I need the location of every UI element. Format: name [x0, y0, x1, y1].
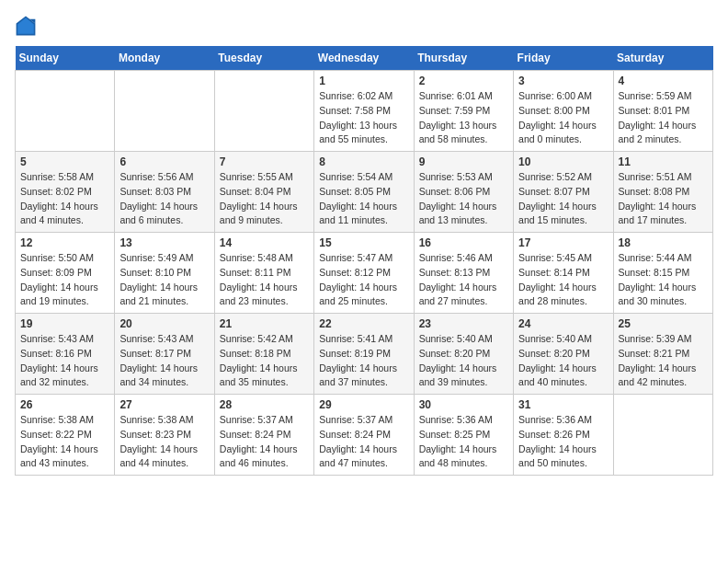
weekday-header-wednesday: Wednesday — [314, 46, 414, 71]
day-number: 13 — [119, 236, 209, 249]
logo-icon — [15, 15, 37, 37]
calendar-cell: 6Sunrise: 5:56 AMSunset: 8:03 PMDaylight… — [115, 152, 214, 233]
day-info: Sunrise: 5:48 AMSunset: 8:11 PMDaylight:… — [220, 251, 309, 309]
calendar-cell: 21Sunrise: 5:42 AMSunset: 8:18 PMDayligh… — [214, 314, 313, 395]
day-info: Sunrise: 5:53 AMSunset: 8:06 PMDaylight:… — [419, 170, 508, 228]
day-number: 24 — [518, 317, 608, 330]
day-number: 22 — [319, 317, 408, 330]
calendar-cell: 7Sunrise: 5:55 AMSunset: 8:04 PMDaylight… — [214, 152, 313, 233]
day-number: 19 — [20, 317, 109, 330]
calendar-table: SundayMondayTuesdayWednesdayThursdayFrid… — [15, 46, 713, 476]
week-row-2: 12Sunrise: 5:50 AMSunset: 8:09 PMDayligh… — [16, 233, 713, 314]
week-row-3: 19Sunrise: 5:43 AMSunset: 8:16 PMDayligh… — [16, 314, 713, 395]
day-number: 28 — [220, 398, 309, 411]
day-number: 31 — [518, 398, 608, 411]
day-info: Sunrise: 5:39 AMSunset: 8:21 PMDaylight:… — [619, 332, 708, 390]
day-info: Sunrise: 5:36 AMSunset: 8:25 PMDaylight:… — [419, 413, 508, 471]
day-info: Sunrise: 5:56 AMSunset: 8:03 PMDaylight:… — [119, 170, 209, 228]
calendar-cell — [613, 395, 712, 476]
day-info: Sunrise: 5:36 AMSunset: 8:26 PMDaylight:… — [518, 413, 608, 471]
day-number: 3 — [518, 75, 608, 87]
day-number: 17 — [518, 236, 608, 249]
day-info: Sunrise: 6:02 AMSunset: 7:58 PMDaylight:… — [319, 89, 408, 147]
day-info: Sunrise: 5:59 AMSunset: 8:01 PMDaylight:… — [619, 89, 708, 147]
day-info: Sunrise: 5:43 AMSunset: 8:16 PMDaylight:… — [20, 332, 109, 390]
day-info: Sunrise: 5:38 AMSunset: 8:22 PMDaylight:… — [20, 413, 109, 471]
calendar-cell: 14Sunrise: 5:48 AMSunset: 8:11 PMDayligh… — [214, 233, 313, 314]
calendar-cell: 4Sunrise: 5:59 AMSunset: 8:01 PMDaylight… — [613, 71, 712, 152]
weekday-header-friday: Friday — [514, 46, 613, 71]
calendar-cell: 9Sunrise: 5:53 AMSunset: 8:06 PMDaylight… — [414, 152, 513, 233]
day-number: 25 — [619, 317, 708, 330]
day-number: 20 — [119, 317, 209, 330]
day-info: Sunrise: 5:49 AMSunset: 8:10 PMDaylight:… — [119, 251, 209, 309]
day-number: 8 — [319, 155, 408, 168]
calendar-cell: 24Sunrise: 5:40 AMSunset: 8:20 PMDayligh… — [514, 314, 613, 395]
day-number: 21 — [220, 317, 309, 330]
calendar-cell: 12Sunrise: 5:50 AMSunset: 8:09 PMDayligh… — [16, 233, 115, 314]
day-number: 16 — [419, 236, 508, 249]
calendar-cell: 8Sunrise: 5:54 AMSunset: 8:05 PMDaylight… — [314, 152, 414, 233]
day-info: Sunrise: 6:01 AMSunset: 7:59 PMDaylight:… — [419, 89, 508, 147]
calendar-cell: 30Sunrise: 5:36 AMSunset: 8:25 PMDayligh… — [414, 395, 513, 476]
calendar-cell: 25Sunrise: 5:39 AMSunset: 8:21 PMDayligh… — [613, 314, 712, 395]
day-number: 5 — [20, 155, 109, 168]
weekday-header-tuesday: Tuesday — [214, 46, 313, 71]
day-number: 6 — [119, 155, 209, 168]
calendar-cell: 18Sunrise: 5:44 AMSunset: 8:15 PMDayligh… — [613, 233, 712, 314]
day-number: 30 — [419, 398, 508, 411]
calendar-cell: 13Sunrise: 5:49 AMSunset: 8:10 PMDayligh… — [115, 233, 214, 314]
day-info: Sunrise: 5:43 AMSunset: 8:17 PMDaylight:… — [119, 332, 209, 390]
weekday-header-saturday: Saturday — [613, 46, 712, 71]
day-info: Sunrise: 5:37 AMSunset: 8:24 PMDaylight:… — [220, 413, 309, 471]
calendar-cell: 31Sunrise: 5:36 AMSunset: 8:26 PMDayligh… — [514, 395, 613, 476]
day-number: 29 — [319, 398, 408, 411]
day-info: Sunrise: 5:42 AMSunset: 8:18 PMDaylight:… — [220, 332, 309, 390]
day-number: 10 — [518, 155, 608, 168]
day-number: 2 — [419, 75, 508, 87]
calendar-cell: 1Sunrise: 6:02 AMSunset: 7:58 PMDaylight… — [314, 71, 414, 152]
calendar-cell: 3Sunrise: 6:00 AMSunset: 8:00 PMDaylight… — [514, 71, 613, 152]
calendar-cell: 16Sunrise: 5:46 AMSunset: 8:13 PMDayligh… — [414, 233, 513, 314]
calendar-cell — [214, 71, 313, 152]
calendar-cell: 2Sunrise: 6:01 AMSunset: 7:59 PMDaylight… — [414, 71, 513, 152]
day-info: Sunrise: 5:46 AMSunset: 8:13 PMDaylight:… — [419, 251, 508, 309]
calendar-cell — [16, 71, 115, 152]
day-number: 26 — [20, 398, 109, 411]
day-number: 7 — [220, 155, 309, 168]
day-info: Sunrise: 5:45 AMSunset: 8:14 PMDaylight:… — [518, 251, 608, 309]
day-info: Sunrise: 6:00 AMSunset: 8:00 PMDaylight:… — [518, 89, 608, 147]
week-row-1: 5Sunrise: 5:58 AMSunset: 8:02 PMDaylight… — [16, 152, 713, 233]
day-info: Sunrise: 5:50 AMSunset: 8:09 PMDaylight:… — [20, 251, 109, 309]
calendar-cell: 17Sunrise: 5:45 AMSunset: 8:14 PMDayligh… — [514, 233, 613, 314]
day-number: 1 — [319, 75, 408, 87]
day-info: Sunrise: 5:47 AMSunset: 8:12 PMDaylight:… — [319, 251, 408, 309]
day-number: 15 — [319, 236, 408, 249]
week-row-4: 26Sunrise: 5:38 AMSunset: 8:22 PMDayligh… — [16, 395, 713, 476]
day-info: Sunrise: 5:54 AMSunset: 8:05 PMDaylight:… — [319, 170, 408, 228]
day-info: Sunrise: 5:44 AMSunset: 8:15 PMDaylight:… — [619, 251, 708, 309]
calendar-cell: 29Sunrise: 5:37 AMSunset: 8:24 PMDayligh… — [314, 395, 414, 476]
day-info: Sunrise: 5:38 AMSunset: 8:23 PMDaylight:… — [119, 413, 209, 471]
day-info: Sunrise: 5:52 AMSunset: 8:07 PMDaylight:… — [518, 170, 608, 228]
day-number: 4 — [619, 75, 708, 87]
week-row-0: 1Sunrise: 6:02 AMSunset: 7:58 PMDaylight… — [16, 71, 713, 152]
day-info: Sunrise: 5:55 AMSunset: 8:04 PMDaylight:… — [220, 170, 309, 228]
calendar-cell: 27Sunrise: 5:38 AMSunset: 8:23 PMDayligh… — [115, 395, 214, 476]
day-info: Sunrise: 5:51 AMSunset: 8:08 PMDaylight:… — [619, 170, 708, 228]
weekday-header-row: SundayMondayTuesdayWednesdayThursdayFrid… — [16, 46, 713, 71]
day-info: Sunrise: 5:40 AMSunset: 8:20 PMDaylight:… — [518, 332, 608, 390]
day-info: Sunrise: 5:41 AMSunset: 8:19 PMDaylight:… — [319, 332, 408, 390]
page-header — [15, 15, 713, 37]
day-number: 11 — [619, 155, 708, 168]
day-info: Sunrise: 5:58 AMSunset: 8:02 PMDaylight:… — [20, 170, 109, 228]
calendar-cell: 5Sunrise: 5:58 AMSunset: 8:02 PMDaylight… — [16, 152, 115, 233]
calendar-cell: 20Sunrise: 5:43 AMSunset: 8:17 PMDayligh… — [115, 314, 214, 395]
calendar-cell: 19Sunrise: 5:43 AMSunset: 8:16 PMDayligh… — [16, 314, 115, 395]
day-number: 18 — [619, 236, 708, 249]
weekday-header-thursday: Thursday — [414, 46, 513, 71]
day-info: Sunrise: 5:37 AMSunset: 8:24 PMDaylight:… — [319, 413, 408, 471]
weekday-header-monday: Monday — [115, 46, 214, 71]
calendar-cell: 26Sunrise: 5:38 AMSunset: 8:22 PMDayligh… — [16, 395, 115, 476]
logo — [15, 15, 40, 37]
